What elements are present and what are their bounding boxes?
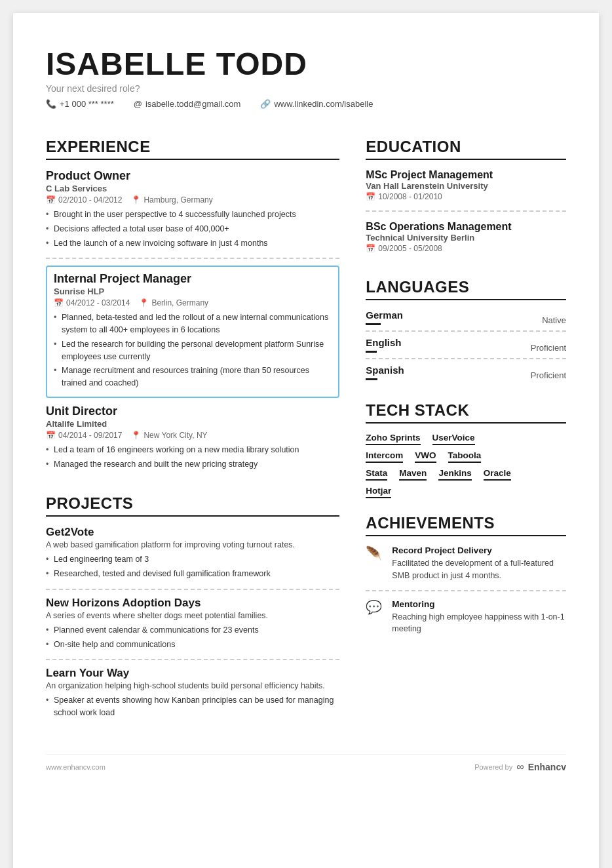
language-level: Proficient (531, 343, 566, 353)
achievement-icon: 💬 (366, 599, 384, 636)
left-column: EXPERIENCE Product Owner C Lab Services … (46, 122, 339, 734)
language-entry: English Proficient (366, 337, 566, 359)
bullet-item: Planned, beta-tested and led the rollout… (54, 311, 332, 336)
language-entry: Spanish Proficient (366, 365, 566, 385)
exp-company: Altalife Limited (46, 419, 339, 429)
achievement-content: Mentoring Reaching high employee happine… (392, 599, 566, 636)
exp-dates: 📅04/2012 - 03/2014 (54, 298, 130, 307)
experience-list: Product Owner C Lab Services 📅02/2010 - … (46, 169, 339, 479)
tech-item: Intercom (366, 450, 403, 463)
bullet-item: Manage recruitment and resources trainin… (54, 365, 332, 389)
bullet-item: Led engineering team of 3 (46, 553, 339, 566)
candidate-name: ISABELLE TODD (46, 46, 566, 82)
achievement-content: Record Project Delivery Facilitated the … (392, 545, 566, 582)
exp-bullets: Led a team of 16 engineers working on a … (46, 444, 339, 471)
linkedin-contact: 🔗 www.linkedin.com/isabelle (260, 99, 373, 109)
brand-name: Enhancv (528, 762, 566, 772)
project-description: A web based gamification platform for im… (46, 540, 339, 549)
project-entry: Get2Vote A web based gamification platfo… (46, 526, 339, 590)
bullet-item: Managed the research and built the new p… (46, 458, 339, 471)
tech-item: Jenkins (438, 468, 471, 481)
bullet-item: Researched, tested and devised full gami… (46, 568, 339, 580)
bullet-item: Decisions affected a total user base of … (46, 223, 339, 235)
tech-item: Oracle (484, 468, 511, 481)
bullet-item: Speaker at events showing how Kanban pri… (46, 694, 339, 719)
tech-item: Zoho Sprints (366, 433, 420, 445)
project-entry: New Horizons Adoption Days A series of e… (46, 597, 339, 661)
project-title: New Horizons Adoption Days (46, 597, 339, 610)
education-list: MSc Project Management Van Hall Larenste… (366, 169, 566, 262)
languages-title: LANGUAGES (366, 278, 566, 300)
exp-dates: 📅04/2014 - 09/2017 (46, 431, 122, 440)
contact-row: 📞 +1 000 *** **** @ isabelle.todd@gmail.… (46, 99, 566, 109)
project-description: An organization helping high-school stud… (46, 681, 339, 690)
exp-job-title: Unit Director (46, 404, 339, 418)
header: ISABELLE TODD Your next desired role? 📞 … (46, 46, 566, 109)
project-description: A series of events where shelter dogs me… (46, 611, 339, 620)
footer: www.enhancv.com Powered by ∞ Enhancv (46, 754, 566, 773)
location-icon: 📍 (131, 431, 141, 440)
achievement-title: Record Project Delivery (392, 545, 566, 555)
exp-company: Sunrise HLP (54, 286, 332, 296)
experience-entry: Product Owner C Lab Services 📅02/2010 - … (46, 169, 339, 259)
language-level: Proficient (531, 370, 566, 380)
tech-item: Taboola (448, 450, 482, 463)
tech-row: StataMavenJenkinsOracle (366, 468, 566, 481)
language-name: English (366, 337, 401, 348)
language-entry: German Native (366, 309, 566, 332)
project-title: Learn Your Way (46, 667, 339, 680)
languages-list: German Native English Proficient Spanish… (366, 309, 566, 385)
achievement-entry: 💬 Mentoring Reaching high employee happi… (366, 599, 566, 644)
exp-company: C Lab Services (46, 184, 339, 193)
edu-dates: 📅10/2008 - 01/2010 (366, 192, 566, 201)
exp-dates: 📅02/2010 - 04/2012 (46, 195, 122, 205)
location-icon: 📍 (131, 195, 141, 205)
language-name: Spanish (366, 365, 404, 376)
experience-title: EXPERIENCE (46, 138, 339, 160)
achievement-entry: 🪶 Record Project Delivery Facilitated th… (366, 545, 566, 591)
bullet-item: Brought in the user perspective to 4 suc… (46, 208, 339, 221)
link-icon: 🔗 (260, 99, 271, 109)
bullet-item: Led the research for building the person… (54, 338, 332, 363)
tech-item: VWO (415, 450, 436, 463)
bullet-item: Led the launch of a new invoicing softwa… (46, 237, 339, 250)
edu-school: Technical University Berlin (366, 233, 566, 243)
lang-name-col: Spanish (366, 365, 404, 380)
tech-stack-title: TECH STACK (366, 401, 566, 424)
achievement-description: Reaching high employee happiness with 1-… (392, 611, 566, 636)
lang-name-col: English (366, 337, 401, 353)
edu-school: Van Hall Larenstein University (366, 181, 566, 191)
exp-job-title: Product Owner (46, 169, 339, 183)
exp-bullets: Planned, beta-tested and led the rollout… (54, 311, 332, 389)
achievement-icon: 🪶 (366, 545, 384, 582)
tech-grid: Zoho SprintsUserVoiceIntercomVWOTaboolaS… (366, 433, 566, 498)
education-entry: BSc Operations Management Technical Univ… (366, 221, 566, 262)
infinity-icon: ∞ (516, 761, 524, 773)
tech-item: Maven (399, 468, 427, 481)
calendar-icon: 📅 (46, 195, 56, 205)
achievements-list: 🪶 Record Project Delivery Facilitated th… (366, 545, 566, 643)
language-name: German (366, 309, 403, 321)
language-bar (366, 351, 376, 353)
exp-location: 📍Berlin, Germany (139, 298, 208, 307)
calendar-icon: 📅 (54, 298, 64, 307)
experience-entry: Unit Director Altalife Limited 📅04/2014 … (46, 404, 339, 479)
at-icon: @ (134, 99, 142, 109)
bullet-item: Planned event calendar & communications … (46, 624, 339, 637)
calendar-icon: 📅 (366, 244, 375, 253)
tech-item: Hotjar (366, 486, 391, 498)
exp-job-title: Internal Project Manager (54, 272, 332, 286)
footer-website: www.enhancv.com (46, 763, 105, 771)
resume-page: ISABELLE TODD Your next desired role? 📞 … (13, 13, 599, 868)
candidate-subtitle: Your next desired role? (46, 83, 566, 94)
exp-location: 📍Hamburg, Germany (131, 195, 212, 205)
calendar-icon: 📅 (366, 192, 375, 201)
edu-degree: MSc Project Management (366, 169, 566, 181)
education-title: EDUCATION (366, 138, 566, 160)
project-title: Get2Vote (46, 526, 339, 539)
tech-row: IntercomVWOTaboola (366, 450, 566, 463)
exp-meta: 📅04/2012 - 03/2014 📍Berlin, Germany (54, 298, 332, 307)
email-contact: @ isabelle.todd@gmail.com (134, 99, 241, 109)
bullet-item: On-site help and communications (46, 639, 339, 651)
project-bullets: Speaker at events showing how Kanban pri… (46, 694, 339, 719)
